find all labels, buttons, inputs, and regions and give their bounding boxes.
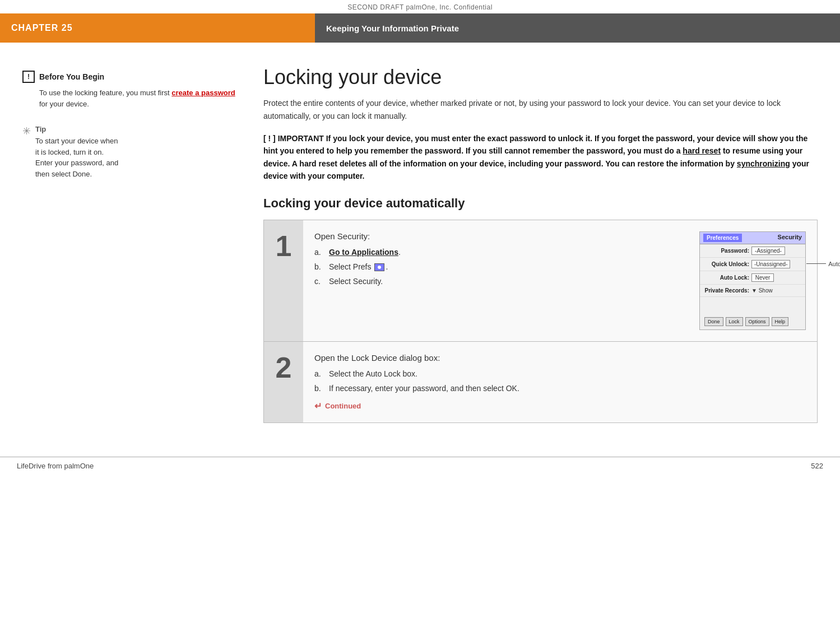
help-button[interactable]: Help — [772, 317, 789, 326]
note-title: Before You Begin — [39, 72, 104, 81]
continued-arrow-icon: ↵ — [314, 401, 322, 411]
step-1-item-c-label: c. — [314, 277, 326, 286]
options-button[interactable]: Options — [745, 317, 769, 326]
tip-label: Tip — [35, 125, 118, 133]
sidebar: ! Before You Begin To use the locking fe… — [0, 59, 252, 440]
step-1-number-cell: 1 — [264, 220, 303, 341]
step-1-item-b-text: Select Prefs . — [329, 262, 388, 271]
password-label: Password: — [704, 248, 749, 254]
step-2-text-area: Open the Lock Device dialog box: a. Sele… — [314, 353, 806, 411]
before-you-begin-note: ! Before You Begin To use the locking fe… — [22, 71, 235, 109]
step-2-list: a. Select the Auto Lock box. b. If neces… — [314, 369, 806, 393]
synchronizing-link[interactable]: synchronizing — [737, 159, 790, 168]
intro-text: Protect the entire contents of your devi… — [263, 97, 818, 122]
prefs-tab: Preferences — [703, 234, 742, 242]
step-2-item-b-text: If necessary, enter your password, and t… — [329, 384, 519, 393]
note-text-2: for your device. — [39, 100, 89, 108]
device-ui-spacer — [700, 297, 805, 314]
auto-lock-line — [806, 263, 826, 264]
step-1-item-a: a. Go to Applications. — [314, 248, 671, 257]
step-2-item-b-label: b. — [314, 384, 326, 393]
step-1-item-c: c. Select Security. — [314, 277, 671, 286]
step-1-row: 1 Open Security: a. Go to Applications. … — [264, 220, 817, 342]
step-1-item-b-label: b. — [314, 262, 326, 271]
auto-lock-annotation: Auto Lock box — [806, 261, 840, 267]
page-footer: LifeDrive from palmOne 522 — [0, 457, 840, 475]
hard-reset-link[interactable]: hard reset — [683, 146, 721, 155]
device-ui-buttons: Done Lock Options Help — [700, 314, 805, 329]
create-password-link[interactable]: create a password — [171, 89, 235, 97]
tip-star-icon: ✳ — [22, 125, 31, 137]
footer-left: LifeDrive from palmOne — [17, 462, 94, 470]
device-ui-row-autolock: Auto Lock: Never — [700, 271, 805, 285]
section-heading: Locking your device automatically — [263, 196, 818, 211]
footer-right: 522 — [811, 462, 823, 470]
go-to-applications-link[interactable]: Go to Applications — [329, 248, 398, 257]
quickunlock-label: Quick Unlock: — [704, 261, 749, 267]
chapter-title: Keeping Your Information Private — [315, 13, 840, 43]
chapter-header: CHAPTER 25 Keeping Your Information Priv… — [0, 13, 840, 43]
device-ui-header: Preferences Security — [700, 232, 805, 244]
prefs-icon — [374, 263, 384, 271]
auto-lock-annotation-text: Auto Lock box — [828, 261, 840, 267]
step-2-content: Open the Lock Device dialog box: a. Sele… — [303, 342, 817, 422]
tip-content: Tip To start your device whenit is locke… — [35, 125, 118, 179]
device-screenshot: Preferences Security Password: -Assigned… — [683, 231, 806, 330]
page-heading: Locking your device — [263, 65, 818, 89]
step-2-item-b: b. If necessary, enter your password, an… — [314, 384, 806, 393]
device-ui-private-row: Private Records: ▼ Show — [700, 285, 805, 297]
security-label: Security — [778, 234, 802, 242]
step-2-item-a: a. Select the Auto Lock box. — [314, 369, 806, 378]
device-ui-row-quickunlock: Quick Unlock: -Unassigned- — [700, 258, 805, 271]
important-label: [ ! ] IMPORTANT — [263, 134, 324, 143]
step-1-number: 1 — [276, 231, 292, 261]
note-header: ! Before You Begin — [22, 71, 235, 83]
tip-section: ✳ Tip To start your device whenit is loc… — [22, 125, 235, 179]
step-1-text-area: Open Security: a. Go to Applications. b.… — [314, 231, 671, 330]
step-2-title: Open the Lock Device dialog box: — [314, 353, 806, 363]
quickunlock-value: -Unassigned- — [751, 260, 790, 268]
step-2-row: 2 Open the Lock Device dialog box: a. Se… — [264, 342, 817, 422]
step-1-item-a-text: Go to Applications. — [329, 248, 401, 257]
step-1-item-b: b. Select Prefs . — [314, 262, 671, 271]
step-1-item-a-label: a. — [314, 248, 326, 257]
steps-table: 1 Open Security: a. Go to Applications. … — [263, 220, 818, 423]
content-area: Locking your device Protect the entire c… — [252, 59, 840, 440]
step-1-content: Open Security: a. Go to Applications. b.… — [303, 220, 817, 341]
important-block: [ ! ] IMPORTANT If you lock your device,… — [263, 132, 818, 183]
device-ui: Preferences Security Password: -Assigned… — [699, 231, 806, 330]
step-1-title: Open Security: — [314, 231, 671, 241]
note-body: To use the locking feature, you must fir… — [22, 87, 235, 109]
device-ui-row-password: Password: -Assigned- — [700, 244, 805, 258]
done-button[interactable]: Done — [704, 317, 723, 326]
private-label: Private Records: — [704, 287, 749, 294]
continued-text: Continued — [325, 402, 361, 410]
step-2-item-a-label: a. — [314, 369, 326, 378]
step-1-item-c-text: Select Security. — [329, 277, 383, 286]
note-text-1: To use the locking feature, you must fir… — [39, 89, 171, 97]
lock-button[interactable]: Lock — [726, 317, 743, 326]
step-2-number-cell: 2 — [264, 342, 303, 422]
autolock-value: Never — [751, 273, 774, 282]
exclamation-icon: ! — [22, 71, 35, 83]
tip-text: To start your device whenit is locked, t… — [35, 136, 118, 179]
main-content: ! Before You Begin To use the locking fe… — [0, 43, 840, 440]
password-value: -Assigned- — [751, 247, 785, 255]
step-1-list: a. Go to Applications. b. Select Prefs .… — [314, 248, 671, 286]
step-2-item-a-text: Select the Auto Lock box. — [329, 369, 417, 378]
watermark: SECOND DRAFT palmOne, Inc. Confidential — [0, 0, 840, 13]
continued-note: ↵ Continued — [314, 401, 806, 411]
chapter-label: CHAPTER 25 — [0, 13, 315, 43]
autolock-label: Auto Lock: — [704, 275, 749, 281]
private-value: ▼ Show — [751, 287, 773, 294]
step-2-number: 2 — [276, 353, 292, 382]
